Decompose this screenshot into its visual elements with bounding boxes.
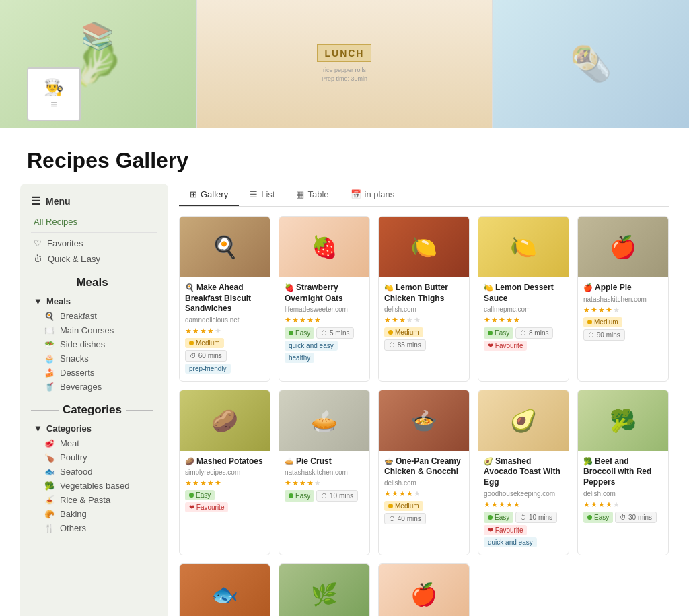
sidebar-favorites[interactable]: ♡ Favorites xyxy=(31,236,157,251)
star-icon: ★ xyxy=(499,316,506,324)
tab-list[interactable]: ☰List xyxy=(239,184,285,206)
meals-children: 🍳Breakfast🍽️Main Courses🥗Side dishes🧁Sna… xyxy=(31,309,157,394)
recipe-name: 🥧Pie Crust xyxy=(285,456,364,467)
sidebar-cat-others[interactable]: 🍴Others xyxy=(31,521,157,535)
cat-icon: 🥐 xyxy=(44,510,55,519)
tag-badge: prep-friendly xyxy=(185,364,231,374)
favourite-badge: ❤ Favourite xyxy=(484,525,527,535)
meal-icon: 🍳 xyxy=(44,312,55,321)
recipe-card[interactable]: 🌿 🌿Vegan Burrito Bowls lifemadesweeter.c… xyxy=(279,563,370,616)
cat-icon: 🍴 xyxy=(44,524,55,533)
recipe-source: goodhousekeeping.com xyxy=(484,490,563,498)
difficulty-dot xyxy=(587,320,592,324)
recipe-source: simplyrecipes.com xyxy=(185,469,264,476)
difficulty-badge: Easy xyxy=(583,512,613,523)
recipe-card-body: 🍎Apple Pie natashaskitchen.com ★★★★★ Med… xyxy=(578,277,668,348)
tags-row: prep-friendly xyxy=(185,364,264,374)
recipe-image: 🐟 xyxy=(180,564,270,616)
cat-icon: 🍗 xyxy=(44,453,55,463)
sidebar-meal-beverages[interactable]: 🥤Beverages xyxy=(31,380,157,394)
star-icon: ★ xyxy=(506,500,513,508)
tab-icon: ⊞ xyxy=(190,189,197,199)
star-icon: ★ xyxy=(285,316,292,324)
star-icon: ★ xyxy=(506,316,513,324)
star-icon: ★ xyxy=(406,489,414,498)
time-badge: ⏱ 60 mins xyxy=(185,350,227,362)
tag-badge: quick and easy xyxy=(285,341,338,351)
meals-parent[interactable]: ▼ Meals xyxy=(31,294,157,309)
time-badge: ⏱ 5 mins xyxy=(316,327,354,339)
hero-panel-right: 🌯 xyxy=(493,0,689,128)
recipe-card[interactable]: 🥑 🥑Smashed Avocado Toast With Egg goodho… xyxy=(478,390,569,555)
recipe-card[interactable]: 🐟 🐟Smoked Salmon Pasta delish.com ★★★★★ … xyxy=(179,563,270,616)
star-icon: ★ xyxy=(491,500,499,508)
recipe-badges: Easy⏱ 30 mins xyxy=(583,512,663,523)
recipe-food-icon: 🍳 xyxy=(211,234,238,260)
star-icon: ★ xyxy=(192,327,200,335)
sidebar-cat-rice-&-pasta[interactable]: 🍝Rice & Pasta xyxy=(31,493,157,507)
sidebar-cat-vegetables-based[interactable]: 🥦Vegetables based xyxy=(31,479,157,493)
recipe-name: 🥦Beef and Broccoli with Red Peppers xyxy=(583,456,663,488)
sidebar: ☰ Menu All Recipes ♡ Favorites ⏱ Quick &… xyxy=(20,184,168,616)
categories-parent[interactable]: ▼ Categories xyxy=(31,421,157,436)
recipe-card[interactable]: 🥔 🥔Mashed Potatoes simplyrecipes.com ★★★… xyxy=(179,390,270,555)
recipe-category-icon: 🍳 xyxy=(185,283,194,292)
sidebar-cat-meat[interactable]: 🥩Meat xyxy=(31,436,157,450)
star-icon: ★ xyxy=(392,316,399,324)
recipe-card[interactable]: 🍎 🍎Apple Pie natashaskitchen.com ★★★★★ M… xyxy=(577,216,669,382)
difficulty-dot xyxy=(189,341,194,345)
recipe-badges: Medium⏱ 60 mins xyxy=(185,338,264,362)
recipe-card[interactable]: 🍲 🍲One-Pan Creamy Chicken & Gnocchi deli… xyxy=(378,390,470,555)
sidebar-meal-breakfast[interactable]: 🍳Breakfast xyxy=(31,309,157,323)
sidebar-meal-main-courses[interactable]: 🍽️Main Courses xyxy=(31,323,157,337)
sidebar-quick-easy[interactable]: ⏱ Quick & Easy xyxy=(31,251,157,267)
content-area: ⊞Gallery☰List▦Table📅in plans 🍳 🍳Make Ahe… xyxy=(179,184,669,616)
star-icon: ★ xyxy=(314,316,322,324)
categories-children: 🥩Meat🍗Poultry🐟Seafood🥦Vegetables based🍝R… xyxy=(31,436,157,535)
tab-gallery[interactable]: ⊞Gallery xyxy=(179,184,239,206)
recipe-card[interactable]: 🍳 🍳Make Ahead Breakfast Biscuit Sandwich… xyxy=(179,216,270,382)
tab-table[interactable]: ▦Table xyxy=(285,184,339,206)
star-icon: ★ xyxy=(484,316,491,324)
tab-in-plans[interactable]: 📅in plans xyxy=(340,184,406,206)
star-icon: ★ xyxy=(484,500,491,508)
recipe-food-icon: 🥑 xyxy=(510,408,537,434)
star-icon: ★ xyxy=(384,316,392,324)
recipe-source: callmepmc.com xyxy=(484,306,563,313)
difficulty-dot xyxy=(587,515,592,520)
difficulty-dot xyxy=(289,331,293,335)
meal-icon: 🥗 xyxy=(44,340,55,349)
hero-banner: 🥬 📚 LUNCH rice pepper rollsPrep time: 30… xyxy=(0,0,689,128)
star-icon: ★ xyxy=(613,500,620,508)
recipe-card-body: 🥔Mashed Potatoes simplyrecipes.com ★★★★★… xyxy=(180,451,270,520)
recipe-card[interactable]: 🍋 🍋Lemon Butter Chicken Thighs delish.co… xyxy=(378,216,470,382)
recipe-card[interactable]: 🍋 🍋Lemon Dessert Sauce callmepmc.com ★★★… xyxy=(478,216,569,382)
time-badge: ⏱ 10 mins xyxy=(316,490,358,502)
star-icon: ★ xyxy=(583,306,591,314)
cat-icon: 🐟 xyxy=(44,467,55,477)
star-icon: ★ xyxy=(606,500,613,508)
recipe-card[interactable]: 🥦 🥦Beef and Broccoli with Red Peppers de… xyxy=(577,390,669,555)
sidebar-cat-poultry[interactable]: 🍗Poultry xyxy=(31,450,157,465)
star-icon: ★ xyxy=(499,500,506,508)
recipe-category-icon: 🥦 xyxy=(583,457,593,465)
star-icon: ★ xyxy=(314,479,322,487)
sidebar-meal-side-dishes[interactable]: 🥗Side dishes xyxy=(31,337,157,351)
sidebar-meal-snacks[interactable]: 🧁Snacks xyxy=(31,351,157,366)
recipe-card[interactable]: 🍎 🍎Apple Nachos lifemadesweeter.com ★★★★… xyxy=(378,563,470,616)
favourite-row: ❤ Favourite xyxy=(484,525,563,535)
recipe-card[interactable]: 🍓 🍓Strawberry Overnight Oats lifemadeswe… xyxy=(279,216,370,382)
recipe-card[interactable]: 🥧 🥧Pie Crust natashaskitchen.com ★★★★★ E… xyxy=(279,390,370,555)
meal-icon: 🍰 xyxy=(44,368,55,378)
difficulty-dot xyxy=(189,493,194,498)
sidebar-all-recipes[interactable]: All Recipes xyxy=(31,214,157,230)
sidebar-cat-baking[interactable]: 🥐Baking xyxy=(31,507,157,521)
star-icon: ★ xyxy=(598,500,606,508)
recipe-image: 🍋 xyxy=(379,217,469,277)
difficulty-badge: Medium xyxy=(384,501,423,511)
favourite-row: ❤ Favourite xyxy=(484,341,563,351)
sidebar-cat-seafood[interactable]: 🐟Seafood xyxy=(31,465,157,479)
recipe-stars: ★★★★★ xyxy=(484,316,563,324)
tab-icon: 📅 xyxy=(351,189,361,199)
sidebar-meal-desserts[interactable]: 🍰Desserts xyxy=(31,366,157,380)
